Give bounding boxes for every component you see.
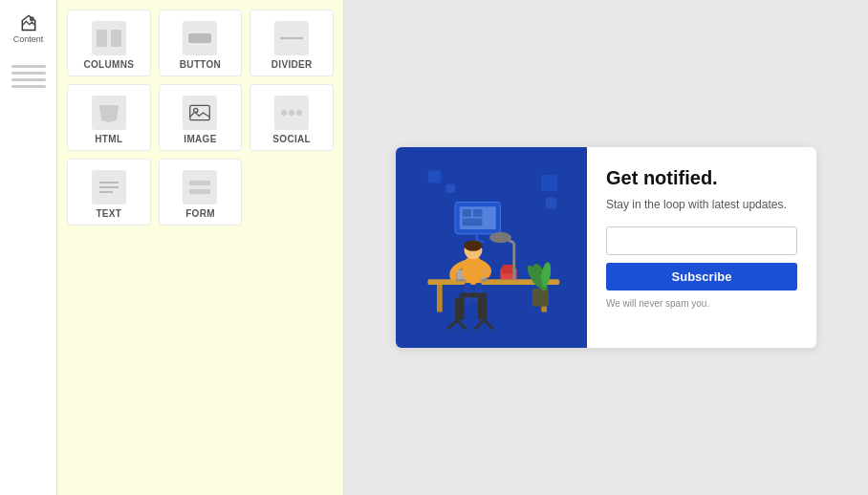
button-icon <box>186 31 213 46</box>
svg-rect-56 <box>546 198 556 208</box>
image-icon <box>188 101 211 124</box>
form-label: FORM <box>185 208 215 219</box>
content-item-button[interactable]: BUTTON <box>159 10 243 76</box>
svg-point-11 <box>296 110 302 116</box>
notification-card: Get notified. Stay in the loop with late… <box>396 147 816 348</box>
card-disclaimer: We will never spam you. <box>606 298 797 309</box>
svg-point-10 <box>289 110 294 116</box>
content-grid: COLUMNS BUTTON DIVIDER <box>67 10 334 226</box>
social-label: SOCIAL <box>272 134 311 144</box>
content-item-text[interactable]: TEXT <box>67 159 151 226</box>
social-icon <box>278 103 305 122</box>
content-item-form[interactable]: FORM <box>159 159 243 226</box>
content-item-html[interactable]: HTML <box>67 84 151 151</box>
content-item-divider[interactable]: DIVIDER <box>250 10 334 76</box>
svg-rect-3 <box>111 30 121 47</box>
html-label: HTML <box>95 134 122 144</box>
svg-rect-20 <box>463 209 472 217</box>
svg-rect-22 <box>463 219 483 226</box>
svg-marker-6 <box>99 105 119 122</box>
content-item-social[interactable]: SOCIAL <box>250 84 334 151</box>
columns-label: COLUMNS <box>84 59 135 70</box>
divider-icon-block <box>274 21 309 55</box>
svg-rect-55 <box>541 175 557 191</box>
card-title: Get notified. <box>606 166 797 189</box>
illustration-svg <box>401 147 582 348</box>
svg-point-1 <box>29 16 33 21</box>
divider-label: DIVIDER <box>271 59 313 70</box>
content-item-columns[interactable]: COLUMNS <box>67 10 151 76</box>
svg-rect-26 <box>437 285 443 312</box>
divider-line-2 <box>11 72 46 75</box>
text-icon <box>96 178 122 197</box>
sidebar-content-icon[interactable]: Content <box>10 10 48 48</box>
svg-rect-23 <box>475 234 479 242</box>
text-label: TEXT <box>96 208 121 219</box>
card-subtitle: Stay in the loop with latest updates. <box>606 197 797 213</box>
columns-icon <box>96 29 122 48</box>
image-label: IMAGE <box>184 134 216 144</box>
subscribe-button[interactable]: Subscribe <box>606 263 797 291</box>
divider-line-1 <box>11 65 46 68</box>
svg-rect-16 <box>189 189 210 194</box>
main-area: Get notified. Stay in the loop with late… <box>344 0 868 495</box>
svg-rect-15 <box>189 181 210 185</box>
svg-point-9 <box>281 110 287 116</box>
form-icon <box>186 178 213 197</box>
columns-icon-block <box>92 21 126 55</box>
content-panel: COLUMNS BUTTON DIVIDER <box>57 0 344 495</box>
html-icon <box>96 103 122 122</box>
divider-icon <box>278 31 305 46</box>
divider-line-3 <box>11 78 46 81</box>
svg-rect-7 <box>190 105 210 119</box>
svg-rect-46 <box>532 289 549 307</box>
shapes-icon <box>19 13 38 32</box>
sidebar: Content <box>0 0 57 495</box>
card-illustration <box>396 147 587 348</box>
svg-rect-4 <box>188 33 211 43</box>
button-label: BUTTON <box>180 59 221 70</box>
svg-rect-53 <box>428 170 441 183</box>
svg-rect-41 <box>478 297 488 320</box>
svg-rect-21 <box>473 209 483 217</box>
svg-point-52 <box>489 232 511 243</box>
text-icon-block <box>92 170 126 204</box>
sidebar-content-label: Content <box>13 34 44 44</box>
svg-rect-2 <box>97 30 107 47</box>
button-icon-block <box>183 21 217 55</box>
svg-point-34 <box>465 240 483 250</box>
svg-rect-39 <box>460 293 488 298</box>
content-item-image[interactable]: IMAGE <box>159 84 243 151</box>
email-input[interactable] <box>606 226 797 255</box>
svg-rect-54 <box>446 184 456 194</box>
sidebar-lines <box>11 65 46 88</box>
html-icon-block <box>92 96 126 130</box>
image-icon-block <box>183 96 217 130</box>
social-icon-block <box>274 96 309 130</box>
form-icon-block <box>183 170 217 204</box>
divider-line-4 <box>11 85 46 88</box>
svg-rect-40 <box>455 297 465 320</box>
card-content: Get notified. Stay in the loop with late… <box>587 147 816 348</box>
